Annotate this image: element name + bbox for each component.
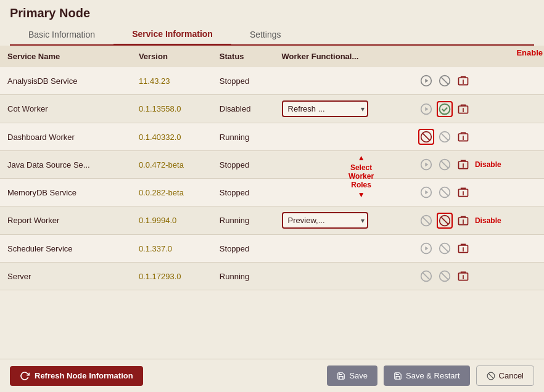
enable-annotation: Enable <box>516 48 543 57</box>
table-row: Cot Worker 0.1.13558.0 Disabled Refresh … <box>0 95 544 123</box>
svg-marker-7 <box>425 107 428 111</box>
action-cell <box>411 179 544 206</box>
footer-right: Save Save & Restart Cancel <box>327 365 534 386</box>
refresh-icon <box>20 371 30 381</box>
page-title: Primary Node <box>10 6 534 20</box>
delete-button[interactable] <box>455 129 471 145</box>
worker-functional <box>274 263 411 290</box>
worker-dropdown-refresh[interactable]: Refresh ... <box>282 100 368 117</box>
footer-left: Refresh Node Information <box>10 366 143 386</box>
tab-service[interactable]: Service Information <box>113 24 231 46</box>
table-row: Dashboard Worker 0.1.40332.0 Running <box>0 123 544 151</box>
delete-button[interactable] <box>455 157 471 173</box>
col-actions: Enable <box>411 46 544 67</box>
disable-button-active-1[interactable] <box>418 129 434 145</box>
action-cell <box>411 263 544 290</box>
save-restart-button[interactable]: Save & Restart <box>384 365 469 386</box>
play-button[interactable] <box>418 73 434 89</box>
footer: Refresh Node Information Save Save & Res… <box>0 359 544 392</box>
svg-marker-36 <box>425 247 428 251</box>
action-cell: Disable <box>411 206 544 235</box>
svg-line-48 <box>488 373 493 378</box>
action-cell <box>411 123 544 151</box>
service-status: Disabled <box>212 95 274 123</box>
service-name: Cot Worker <box>0 95 131 123</box>
col-version: Version <box>131 46 212 67</box>
cancel-label: Cancel <box>499 371 524 380</box>
play-button[interactable] <box>418 157 434 173</box>
worker-functional: Preview,... <box>274 206 411 235</box>
service-version: 0.1.13558.0 <box>131 95 212 123</box>
disable-button-report-2[interactable] <box>437 213 453 229</box>
delete-button[interactable] <box>455 268 471 284</box>
service-status: Stopped <box>212 67 274 95</box>
action-cell <box>411 235 544 263</box>
disable-button[interactable] <box>437 73 453 89</box>
disable-button[interactable] <box>437 240 453 256</box>
play-button[interactable] <box>418 184 434 200</box>
service-version: 0.0.282-beta <box>131 179 212 206</box>
tab-bar: Basic Information Service Information Se… <box>10 24 534 46</box>
delete-button[interactable] <box>455 73 471 89</box>
services-table: Service Name Version Status Worker Funct… <box>0 46 544 290</box>
save-label: Save <box>349 371 368 380</box>
save-button[interactable]: Save <box>327 365 377 386</box>
svg-line-20 <box>441 161 448 168</box>
main-container: Primary Node Basic Information Service I… <box>0 0 544 392</box>
svg-line-32 <box>441 217 448 224</box>
delete-button[interactable] <box>455 184 471 200</box>
tab-basic[interactable]: Basic Information <box>10 24 113 44</box>
worker-functional <box>274 179 411 206</box>
play-button[interactable] <box>418 101 434 117</box>
svg-marker-18 <box>425 163 428 167</box>
refresh-button[interactable]: Refresh Node Information <box>10 366 143 386</box>
worker-functional <box>274 151 411 179</box>
table-row: Report Worker 0.1.9994.0 Running Preview… <box>0 206 544 235</box>
service-status: Running <box>212 123 274 151</box>
service-name: Server <box>0 263 131 290</box>
worker-dropdown-wrapper: Refresh ... <box>282 100 368 117</box>
action-cell: Disable <box>411 151 544 179</box>
enable-button-active[interactable] <box>437 101 453 117</box>
service-version: 0.0.472-beta <box>131 151 212 179</box>
svg-line-38 <box>441 245 448 252</box>
table-row: Server 0.1.17293.0 Running <box>0 263 544 290</box>
table-row: MemoryDB Service 0.0.282-beta Stopped <box>0 179 544 206</box>
disable-button[interactable] <box>437 157 453 173</box>
service-status: Running <box>212 206 274 235</box>
delete-button[interactable] <box>455 240 471 256</box>
delete-button[interactable] <box>455 213 471 229</box>
refresh-label: Refresh Node Information <box>35 371 133 380</box>
service-name: Dashboard Worker <box>0 123 131 151</box>
svg-point-8 <box>440 104 450 114</box>
disable-button-server-1[interactable] <box>418 268 434 284</box>
worker-dropdown-preview[interactable]: Preview,... <box>282 212 368 229</box>
disable-button[interactable] <box>437 184 453 200</box>
disable-button-server-2[interactable] <box>437 268 453 284</box>
col-status: Status <box>212 46 274 67</box>
disable-annotation-1: Disable <box>475 160 501 169</box>
cancel-button[interactable]: Cancel <box>476 365 534 386</box>
header: Primary Node Basic Information Service I… <box>0 0 544 46</box>
svg-marker-24 <box>425 190 428 195</box>
service-name: Java Data Source Se... <box>0 151 131 179</box>
col-worker: Worker Functional... <box>274 46 411 67</box>
svg-line-42 <box>422 272 430 280</box>
col-service-name: Service Name <box>0 46 131 67</box>
service-name: Report Worker <box>0 206 131 235</box>
delete-button[interactable] <box>455 101 471 117</box>
play-button[interactable] <box>418 240 434 256</box>
table-row: AnalysisDB Service 11.43.23 Stopped <box>0 67 544 95</box>
tab-settings[interactable]: Settings <box>231 24 300 44</box>
disable-annotation-2: Disable <box>475 216 501 225</box>
service-status: Stopped <box>212 179 274 206</box>
worker-dropdown-wrapper-preview: Preview,... <box>282 212 368 229</box>
worker-functional: Refresh ... <box>274 95 411 123</box>
worker-functional <box>274 67 411 95</box>
disable-button[interactable] <box>437 129 453 145</box>
worker-functional <box>274 235 411 263</box>
service-version: 0.1.9994.0 <box>131 206 212 235</box>
service-status: Stopped <box>212 235 274 263</box>
disable-button-report-1[interactable] <box>418 213 434 229</box>
svg-line-26 <box>441 189 448 196</box>
